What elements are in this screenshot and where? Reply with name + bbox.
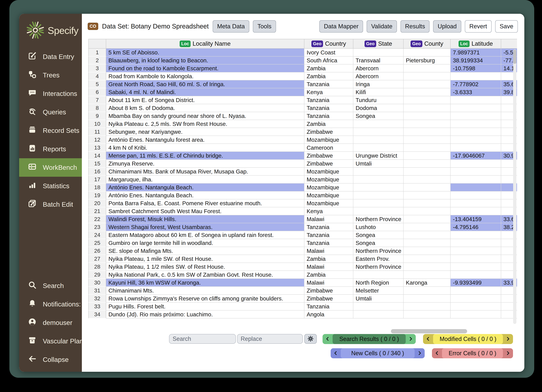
cell[interactable]: Kenya: [304, 88, 353, 96]
cell[interactable]: António Enes. Nantangula Beach.: [106, 192, 304, 199]
cell[interactable]: [404, 120, 450, 128]
cell[interactable]: 5 km SE of Aboisso.: [106, 48, 304, 57]
cell[interactable]: [450, 168, 501, 176]
cell[interactable]: [404, 215, 450, 223]
cell[interactable]: [404, 263, 450, 271]
cell[interactable]: Zimbabwe: [304, 287, 353, 295]
cell[interactable]: Chimanimani Mts.: [106, 287, 304, 295]
cell[interactable]: Sabaki, 4 ml. N. of Malindi.: [106, 88, 304, 96]
cell[interactable]: Western Shagai forest, West Usambaras.: [106, 223, 304, 231]
cell[interactable]: South Africa: [304, 57, 353, 64]
cell[interactable]: 38.9199334: [450, 57, 501, 64]
cell[interactable]: Iringa: [353, 80, 404, 88]
cell[interactable]: Mozambique: [304, 199, 353, 207]
cell[interactable]: [404, 128, 450, 136]
cell[interactable]: Mozambique: [304, 183, 353, 192]
cell[interactable]: Northern Province: [353, 263, 404, 271]
cell[interactable]: Mense pan, 11 mls. E.S.E. of Chirindu br…: [106, 152, 304, 160]
cell[interactable]: [404, 104, 450, 112]
cell[interactable]: Tanzania: [304, 96, 353, 104]
cell[interactable]: Found on the road to Kambole Escarpment.: [106, 64, 304, 72]
cell[interactable]: [404, 72, 450, 80]
cell[interactable]: [450, 303, 501, 311]
cell[interactable]: Dodoma: [353, 104, 404, 112]
cell[interactable]: Malawi: [304, 279, 353, 287]
cell[interactable]: Northern Province: [353, 247, 404, 255]
cell[interactable]: -13.404159: [450, 215, 501, 223]
cell[interactable]: -3.6333: [450, 88, 501, 96]
cell[interactable]: [353, 183, 404, 192]
cell[interactable]: [450, 72, 501, 80]
cell[interactable]: Mbamba Bay on sandy ground near shore of…: [106, 112, 304, 120]
cell[interactable]: Kayuni Hill, 36 km WSW of Karonga.: [106, 279, 304, 287]
sidebar-item-collapse[interactable]: Collapse: [19, 350, 82, 369]
cell[interactable]: Malawi: [304, 215, 353, 223]
validate-button[interactable]: Validate: [367, 20, 397, 32]
cell[interactable]: Zambia: [304, 72, 353, 80]
cell[interactable]: Songea: [353, 112, 404, 120]
cell[interactable]: Ivory Coast: [304, 48, 353, 57]
meta-data-button[interactable]: Meta Data: [213, 20, 249, 32]
cell[interactable]: Walindi Forest, Misuk Hills.: [106, 215, 304, 223]
cell[interactable]: [404, 168, 450, 176]
error-cells-previous-button[interactable]: [432, 348, 442, 358]
sidebar-item-record-sets[interactable]: Record Sets: [19, 121, 82, 140]
cell[interactable]: [353, 144, 404, 152]
cell[interactable]: [450, 239, 501, 247]
cell[interactable]: Northern Province: [353, 215, 404, 223]
cell[interactable]: -7.778902: [450, 80, 501, 88]
search-results-next-button[interactable]: [406, 334, 416, 344]
cell[interactable]: Dundo (Jd). Rio mais próximo: Luachimo.: [106, 311, 304, 318]
cell[interactable]: Great North Road, Sao Hill, 60 ml. S. of…: [106, 80, 304, 88]
cell[interactable]: [404, 144, 450, 152]
cell[interactable]: [404, 207, 450, 215]
cell[interactable]: [353, 128, 404, 136]
horizontal-scrollbar-thumb[interactable]: [391, 329, 467, 333]
sidebar-item-statistics[interactable]: Statistics: [19, 177, 82, 195]
vertical-scrollbar-thumb[interactable]: [513, 49, 516, 64]
cell[interactable]: 4 km N of Kribi.: [106, 144, 304, 152]
cell[interactable]: Chimanimani Mts. Bank of Musapa River, M…: [106, 168, 304, 176]
cell[interactable]: Eastern Matagoro about 60 km E. of Songe…: [106, 231, 304, 239]
cell[interactable]: [450, 96, 501, 104]
cell[interactable]: [404, 239, 450, 247]
new-cells-label[interactable]: New Cells ( 0 / 340 ): [341, 348, 415, 358]
cell[interactable]: Zimunya Reserve.: [106, 160, 304, 168]
cell[interactable]: -9.9393499: [450, 279, 501, 287]
sidebar-item-batch-edit[interactable]: Batch Edit: [19, 195, 82, 214]
sidebar-item-interactions[interactable]: Interactions: [19, 84, 82, 103]
cell[interactable]: Zimbabwe: [304, 160, 353, 168]
cell[interactable]: [353, 303, 404, 311]
cell[interactable]: Nyika Plateau c. 2,5 mls. SW from Rest H…: [106, 120, 304, 128]
cell[interactable]: [404, 96, 450, 104]
save-button[interactable]: Save: [495, 20, 518, 32]
cell[interactable]: [404, 287, 450, 295]
cell[interactable]: Tanzania: [304, 239, 353, 247]
cell[interactable]: Tunduru: [353, 96, 404, 104]
cell[interactable]: Tanzania: [304, 223, 353, 231]
cell[interactable]: Margaruque, ilha.: [106, 176, 304, 183]
cell[interactable]: Tanzania: [304, 112, 353, 120]
cell[interactable]: Malawi: [304, 247, 353, 255]
error-cells-next-button[interactable]: [503, 348, 513, 358]
cell[interactable]: [404, 295, 450, 303]
cell[interactable]: [404, 64, 450, 72]
cell[interactable]: [404, 192, 450, 199]
cell[interactable]: [353, 120, 404, 128]
cell[interactable]: [404, 311, 450, 318]
cell[interactable]: [450, 207, 501, 215]
new-cells-next-button[interactable]: [415, 348, 425, 358]
cell[interactable]: [450, 199, 501, 207]
cell[interactable]: [450, 128, 501, 136]
cell[interactable]: [404, 231, 450, 239]
cell[interactable]: [404, 223, 450, 231]
cell[interactable]: Zambia: [304, 64, 353, 72]
cell[interactable]: About 8 km S. of Dodoma.: [106, 104, 304, 112]
cell[interactable]: [404, 160, 450, 168]
cell[interactable]: [450, 120, 501, 128]
data-mapper-button[interactable]: Data Mapper: [319, 20, 363, 32]
tools-button[interactable]: Tools: [253, 20, 276, 32]
cell[interactable]: [353, 48, 404, 57]
cell[interactable]: Tanzania: [304, 80, 353, 88]
modified-cells-next-button[interactable]: [503, 334, 513, 344]
